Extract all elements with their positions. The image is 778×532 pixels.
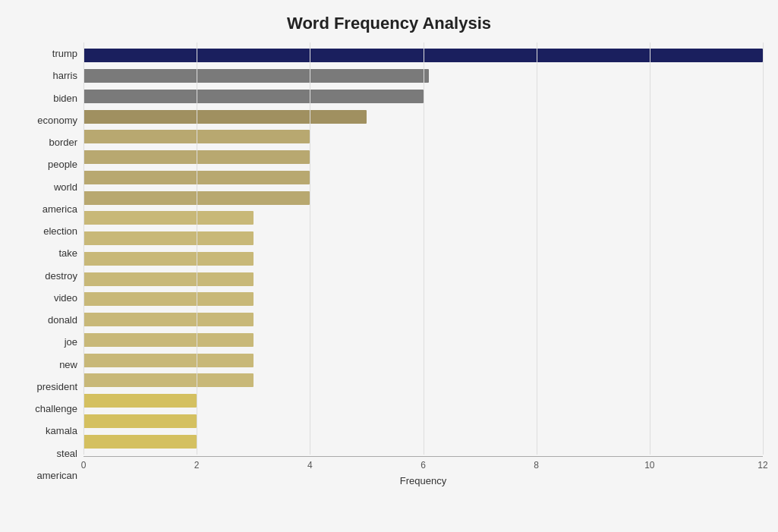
bar — [83, 211, 254, 225]
x-axis-label: Frequency — [83, 475, 763, 486]
y-label: kamala — [46, 421, 77, 441]
y-label: american — [37, 465, 77, 485]
bar — [83, 252, 254, 266]
bars-and-xaxis: 024681012 Frequency — [83, 42, 763, 486]
y-label: trump — [52, 44, 77, 64]
gridline — [537, 42, 537, 455]
y-label: challenge — [35, 399, 77, 419]
bar — [83, 333, 254, 347]
y-label: people — [48, 155, 77, 175]
x-tick: 0 — [81, 460, 87, 471]
bar — [83, 313, 254, 326]
bar — [83, 394, 197, 408]
x-tick: 8 — [534, 460, 539, 471]
bar — [83, 110, 367, 124]
x-tick: 12 — [758, 460, 767, 471]
x-tick: 2 — [194, 460, 200, 471]
bar — [83, 69, 429, 83]
x-tick: 6 — [420, 460, 426, 471]
y-label: destroy — [45, 266, 77, 285]
y-label: economy — [37, 110, 77, 130]
x-axis: 024681012 Frequency — [83, 456, 763, 486]
gridline — [83, 42, 84, 455]
y-label: new — [59, 354, 77, 374]
chart-title: Word Frequency Analysis — [15, 8, 763, 42]
y-label: joe — [65, 332, 77, 352]
y-label: steal — [57, 443, 77, 463]
x-tick: 4 — [307, 460, 313, 471]
bar — [83, 231, 254, 245]
bar — [83, 373, 254, 387]
x-tick: 10 — [644, 460, 654, 471]
bar — [83, 90, 424, 103]
y-labels: trumpharrisbideneconomyborderpeopleworld… — [15, 42, 83, 486]
y-label: video — [54, 288, 77, 307]
gridline — [424, 42, 424, 455]
chart-area: trumpharrisbideneconomyborderpeopleworld… — [15, 42, 763, 486]
y-label: world — [54, 177, 77, 197]
y-label: donald — [48, 310, 77, 330]
bar — [83, 272, 254, 286]
y-label: biden — [53, 88, 77, 108]
y-label: america — [43, 199, 77, 219]
bar — [83, 354, 254, 367]
y-label: take — [58, 244, 77, 263]
chart-container: Word Frequency Analysis trumpharrisbiden… — [0, 0, 778, 532]
gridline — [650, 42, 650, 455]
bar — [83, 292, 254, 306]
y-label: harris — [52, 66, 77, 86]
gridline — [197, 42, 197, 455]
bars-area — [83, 42, 763, 455]
y-label: president — [37, 376, 77, 396]
gridline — [763, 42, 764, 455]
gridline — [310, 42, 310, 455]
bar — [83, 435, 197, 449]
y-label: border — [49, 133, 77, 153]
y-label: election — [43, 222, 77, 241]
bar — [83, 414, 197, 428]
